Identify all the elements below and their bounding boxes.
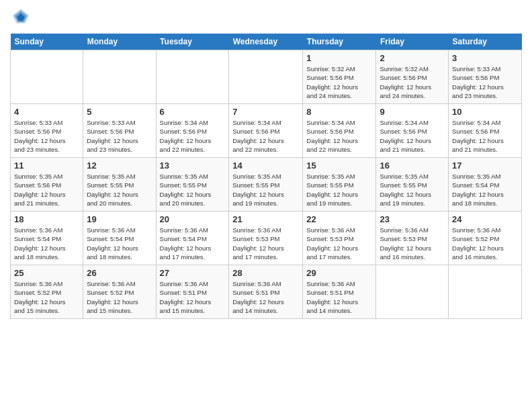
day-info: Sunrise: 5:35 AMSunset: 5:55 PMDaylight:… xyxy=(232,172,299,208)
calendar-cell xyxy=(11,50,83,104)
week-row-2: 4Sunrise: 5:33 AMSunset: 5:56 PMDaylight… xyxy=(11,104,522,158)
day-info: Sunrise: 5:36 AMSunset: 5:52 PMDaylight:… xyxy=(87,279,152,315)
calendar-cell: 7Sunrise: 5:34 AMSunset: 5:56 PMDaylight… xyxy=(229,104,303,158)
calendar-cell: 15Sunrise: 5:35 AMSunset: 5:55 PMDayligh… xyxy=(303,158,376,212)
day-number: 16 xyxy=(380,161,445,171)
calendar-cell: 24Sunrise: 5:36 AMSunset: 5:52 PMDayligh… xyxy=(449,212,522,265)
day-number: 20 xyxy=(160,214,226,224)
calendar-cell: 18Sunrise: 5:36 AMSunset: 5:54 PMDayligh… xyxy=(11,212,83,265)
calendar-cell: 11Sunrise: 5:35 AMSunset: 5:56 PMDayligh… xyxy=(11,158,83,212)
day-number: 11 xyxy=(14,161,79,171)
day-number: 5 xyxy=(87,107,152,117)
calendar-cell xyxy=(156,50,229,104)
day-info: Sunrise: 5:34 AMSunset: 5:56 PMDaylight:… xyxy=(232,118,299,154)
calendar-cell: 22Sunrise: 5:36 AMSunset: 5:53 PMDayligh… xyxy=(303,212,376,265)
calendar-cell: 13Sunrise: 5:35 AMSunset: 5:55 PMDayligh… xyxy=(156,158,229,212)
calendar-cell: 5Sunrise: 5:33 AMSunset: 5:56 PMDaylight… xyxy=(83,104,156,158)
calendar-cell: 4Sunrise: 5:33 AMSunset: 5:56 PMDaylight… xyxy=(11,104,83,158)
day-info: Sunrise: 5:36 AMSunset: 5:51 PMDaylight:… xyxy=(232,279,299,315)
calendar-cell: 2Sunrise: 5:32 AMSunset: 5:56 PMDaylight… xyxy=(376,50,449,104)
day-info: Sunrise: 5:35 AMSunset: 5:55 PMDaylight:… xyxy=(160,172,226,208)
day-info: Sunrise: 5:34 AMSunset: 5:56 PMDaylight:… xyxy=(160,118,226,154)
day-number: 9 xyxy=(380,107,445,117)
day-number: 29 xyxy=(306,268,372,278)
day-info: Sunrise: 5:36 AMSunset: 5:51 PMDaylight:… xyxy=(306,279,372,315)
calendar-cell: 20Sunrise: 5:36 AMSunset: 5:54 PMDayligh… xyxy=(156,212,229,265)
day-number: 19 xyxy=(87,214,152,224)
calendar-cell: 16Sunrise: 5:35 AMSunset: 5:55 PMDayligh… xyxy=(376,158,449,212)
day-info: Sunrise: 5:32 AMSunset: 5:56 PMDaylight:… xyxy=(306,64,372,100)
col-header-monday: Monday xyxy=(83,34,156,50)
day-info: Sunrise: 5:34 AMSunset: 5:56 PMDaylight:… xyxy=(452,118,518,154)
day-info: Sunrise: 5:34 AMSunset: 5:56 PMDaylight:… xyxy=(306,118,372,154)
day-number: 13 xyxy=(160,161,226,171)
calendar-table: SundayMondayTuesdayWednesdayThursdayFrid… xyxy=(10,34,522,319)
day-number: 6 xyxy=(160,107,226,117)
day-info: Sunrise: 5:35 AMSunset: 5:55 PMDaylight:… xyxy=(87,172,152,208)
header-row: SundayMondayTuesdayWednesdayThursdayFrid… xyxy=(11,34,522,50)
calendar-cell: 1Sunrise: 5:32 AMSunset: 5:56 PMDaylight… xyxy=(303,50,376,104)
day-number: 27 xyxy=(160,268,226,278)
day-info: Sunrise: 5:36 AMSunset: 5:54 PMDaylight:… xyxy=(14,226,79,261)
week-row-3: 11Sunrise: 5:35 AMSunset: 5:56 PMDayligh… xyxy=(11,158,522,212)
day-info: Sunrise: 5:35 AMSunset: 5:54 PMDaylight:… xyxy=(452,172,518,208)
day-number: 25 xyxy=(14,268,79,278)
day-info: Sunrise: 5:35 AMSunset: 5:55 PMDaylight:… xyxy=(380,172,445,208)
day-info: Sunrise: 5:32 AMSunset: 5:56 PMDaylight:… xyxy=(380,64,445,100)
calendar-cell: 19Sunrise: 5:36 AMSunset: 5:54 PMDayligh… xyxy=(83,212,156,265)
week-row-4: 18Sunrise: 5:36 AMSunset: 5:54 PMDayligh… xyxy=(11,212,522,265)
week-row-1: 1Sunrise: 5:32 AMSunset: 5:56 PMDaylight… xyxy=(11,50,522,104)
calendar-cell: 12Sunrise: 5:35 AMSunset: 5:55 PMDayligh… xyxy=(83,158,156,212)
day-info: Sunrise: 5:36 AMSunset: 5:52 PMDaylight:… xyxy=(14,279,79,315)
day-number: 1 xyxy=(306,53,372,63)
col-header-tuesday: Tuesday xyxy=(156,34,229,50)
day-number: 10 xyxy=(452,107,518,117)
day-info: Sunrise: 5:35 AMSunset: 5:55 PMDaylight:… xyxy=(306,172,372,208)
day-number: 2 xyxy=(380,53,445,63)
calendar-cell xyxy=(83,50,156,104)
calendar-cell: 28Sunrise: 5:36 AMSunset: 5:51 PMDayligh… xyxy=(229,265,303,319)
day-number: 24 xyxy=(452,214,518,224)
day-info: Sunrise: 5:36 AMSunset: 5:53 PMDaylight:… xyxy=(232,226,299,261)
day-info: Sunrise: 5:36 AMSunset: 5:54 PMDaylight:… xyxy=(160,226,226,261)
day-number: 14 xyxy=(232,161,299,171)
calendar-cell: 10Sunrise: 5:34 AMSunset: 5:56 PMDayligh… xyxy=(449,104,522,158)
calendar-cell: 8Sunrise: 5:34 AMSunset: 5:56 PMDaylight… xyxy=(303,104,376,158)
col-header-wednesday: Wednesday xyxy=(229,34,303,50)
col-header-sunday: Sunday xyxy=(11,34,83,50)
header xyxy=(10,7,522,28)
day-number: 21 xyxy=(232,214,299,224)
day-info: Sunrise: 5:33 AMSunset: 5:56 PMDaylight:… xyxy=(14,118,79,154)
day-number: 4 xyxy=(14,107,79,117)
day-info: Sunrise: 5:36 AMSunset: 5:53 PMDaylight:… xyxy=(306,226,372,261)
week-row-5: 25Sunrise: 5:36 AMSunset: 5:52 PMDayligh… xyxy=(11,265,522,319)
calendar-cell: 6Sunrise: 5:34 AMSunset: 5:56 PMDaylight… xyxy=(156,104,229,158)
day-number: 3 xyxy=(452,53,518,63)
day-number: 17 xyxy=(452,161,518,171)
day-number: 26 xyxy=(87,268,152,278)
day-number: 15 xyxy=(306,161,372,171)
calendar-cell: 9Sunrise: 5:34 AMSunset: 5:56 PMDaylight… xyxy=(376,104,449,158)
calendar-cell: 23Sunrise: 5:36 AMSunset: 5:53 PMDayligh… xyxy=(376,212,449,265)
calendar-cell: 3Sunrise: 5:33 AMSunset: 5:56 PMDaylight… xyxy=(449,50,522,104)
day-number: 23 xyxy=(380,214,445,224)
day-number: 28 xyxy=(232,268,299,278)
calendar-cell: 29Sunrise: 5:36 AMSunset: 5:51 PMDayligh… xyxy=(303,265,376,319)
col-header-thursday: Thursday xyxy=(303,34,376,50)
day-info: Sunrise: 5:36 AMSunset: 5:53 PMDaylight:… xyxy=(380,226,445,261)
calendar-cell xyxy=(376,265,449,319)
calendar-cell xyxy=(229,50,303,104)
day-info: Sunrise: 5:36 AMSunset: 5:54 PMDaylight:… xyxy=(87,226,152,261)
day-info: Sunrise: 5:36 AMSunset: 5:51 PMDaylight:… xyxy=(160,279,226,315)
page: SundayMondayTuesdayWednesdayThursdayFrid… xyxy=(0,0,532,411)
day-number: 7 xyxy=(232,107,299,117)
day-info: Sunrise: 5:36 AMSunset: 5:52 PMDaylight:… xyxy=(452,226,518,261)
calendar-cell: 17Sunrise: 5:35 AMSunset: 5:54 PMDayligh… xyxy=(449,158,522,212)
calendar-cell: 27Sunrise: 5:36 AMSunset: 5:51 PMDayligh… xyxy=(156,265,229,319)
day-number: 12 xyxy=(87,161,152,171)
calendar-cell: 26Sunrise: 5:36 AMSunset: 5:52 PMDayligh… xyxy=(83,265,156,319)
day-number: 18 xyxy=(14,214,79,224)
day-number: 8 xyxy=(306,107,372,117)
day-info: Sunrise: 5:33 AMSunset: 5:56 PMDaylight:… xyxy=(452,64,518,100)
calendar-cell: 14Sunrise: 5:35 AMSunset: 5:55 PMDayligh… xyxy=(229,158,303,212)
